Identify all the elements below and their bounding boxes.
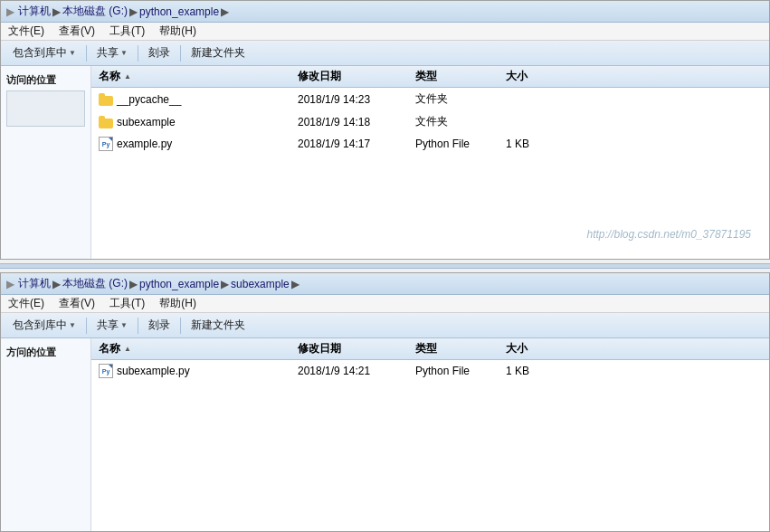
library-dropdown-arrow-2: ▼ <box>69 321 76 329</box>
toolbar-sep-4 <box>86 318 87 334</box>
file-list-container-2: 名称 ▲ 修改日期 类型 大小 Py subexample.py 20 <box>91 338 769 531</box>
toolbar-sep-1 <box>86 45 87 62</box>
menu-file-1[interactable]: 文件(E) <box>5 23 48 40</box>
explorer-window-1: ▶ 计算机 ▶ 本地磁盘 (G:) ▶ python_example ▶ 文件(… <box>0 0 770 260</box>
toolbar-sep-3 <box>180 45 181 62</box>
file-date-pycache: 2018/1/9 14:23 <box>290 90 408 109</box>
window-divider <box>0 263 770 269</box>
file-list-header-1: 名称 ▲ 修改日期 类型 大小 <box>91 66 769 88</box>
address-part-computer-1[interactable]: 计算机 <box>18 4 51 19</box>
toolbar-btn-burn-1[interactable]: 刻录 <box>142 43 176 63</box>
file-row-subexample-py[interactable]: Py subexample.py 2018/1/9 14:21 Python F… <box>91 360 769 382</box>
col-header-type-1[interactable]: 类型 <box>408 66 499 87</box>
address-part-drive-2[interactable]: 本地磁盘 (G:) <box>62 276 128 291</box>
sidebar-title-2: 方问的位置 <box>6 346 85 359</box>
address-part-folder-2[interactable]: python_example <box>139 278 219 290</box>
file-row-subexample[interactable]: subexample 2018/1/9 14:18 文件夹 <box>91 110 769 133</box>
address-part-folder-1[interactable]: python_example <box>139 5 219 18</box>
main-container: ▶ 计算机 ▶ 本地磁盘 (G:) ▶ python_example ▶ 文件(… <box>0 0 770 532</box>
toolbar-sep-2 <box>138 45 138 62</box>
sidebar-2: 方问的位置 <box>1 338 91 531</box>
address-icon-2: ▶ <box>6 278 14 290</box>
menu-bar-1: 文件(E) 查看(V) 工具(T) 帮助(H) <box>1 23 769 41</box>
sidebar-section-2: 方问的位置 <box>6 346 85 359</box>
file-row-pycache[interactable]: __pycache__ 2018/1/9 14:23 文件夹 <box>91 88 769 110</box>
toolbar-btn-newfolder-1[interactable]: 新建文件夹 <box>185 43 252 63</box>
menu-tools-1[interactable]: 工具(T) <box>106 23 148 40</box>
address-part-drive-1[interactable]: 本地磁盘 (G:) <box>62 4 128 19</box>
col-header-type-2[interactable]: 类型 <box>408 338 499 359</box>
content-area-1: 访问的位置 名称 ▲ 修改日期 类型 大小 <box>1 66 769 259</box>
address-part-computer-2[interactable]: 计算机 <box>18 276 51 291</box>
menu-tools-2[interactable]: 工具(T) <box>106 295 148 312</box>
watermark-1: http://blog.csdn.net/m0_37871195 <box>587 228 751 241</box>
file-name-example-py: Py example.py <box>91 134 290 154</box>
file-name-pycache: __pycache__ <box>91 90 290 109</box>
sidebar-section-1: 访问的位置 <box>6 73 85 127</box>
sidebar-1: 访问的位置 <box>1 66 91 259</box>
content-area-2: 方问的位置 名称 ▲ 修改日期 类型 大小 Py <box>1 338 769 531</box>
file-size-example-py: 1 KB <box>499 135 571 153</box>
file-name-subexample-py: Py subexample.py <box>91 361 290 381</box>
address-part-subfolder-2[interactable]: subexample <box>231 278 290 290</box>
toolbar-sep-5 <box>138 318 138 334</box>
menu-bar-2: 文件(E) 查看(V) 工具(T) 帮助(H) <box>1 295 769 313</box>
folder-icon-subexample <box>99 116 113 128</box>
file-size-subexample-py: 1 KB <box>499 362 571 380</box>
file-type-pycache: 文件夹 <box>408 89 499 109</box>
file-name-subexample: subexample <box>91 113 290 131</box>
col-header-date-2[interactable]: 修改日期 <box>290 338 408 359</box>
sidebar-placeholder-1 <box>6 90 85 127</box>
col-header-name-1[interactable]: 名称 ▲ <box>91 66 290 87</box>
file-size-pycache <box>499 97 571 102</box>
address-bar-1: ▶ 计算机 ▶ 本地磁盘 (G:) ▶ python_example ▶ <box>1 1 769 23</box>
menu-view-2[interactable]: 查看(V) <box>55 295 99 312</box>
menu-view-1[interactable]: 查看(V) <box>55 23 99 40</box>
share-dropdown-arrow-2: ▼ <box>120 321 128 329</box>
menu-help-2[interactable]: 帮助(H) <box>156 295 200 312</box>
file-list-container-1: 名称 ▲ 修改日期 类型 大小 __pycache__ 2018/1/9 14:… <box>91 66 769 259</box>
folder-icon-pycache <box>99 93 113 106</box>
col-header-size-2[interactable]: 大小 <box>499 338 571 359</box>
file-list-header-2: 名称 ▲ 修改日期 类型 大小 <box>91 338 769 360</box>
file-date-subexample: 2018/1/9 14:18 <box>290 113 408 131</box>
file-type-example-py: Python File <box>408 135 499 153</box>
address-bar-2: ▶ 计算机 ▶ 本地磁盘 (G:) ▶ python_example ▶ sub… <box>1 273 769 295</box>
address-icon-1: ▶ <box>6 5 14 18</box>
sort-arrow-1: ▲ <box>124 72 131 81</box>
toolbar-sep-6 <box>180 318 181 334</box>
share-dropdown-arrow-1: ▼ <box>120 49 128 57</box>
toolbar-btn-share-1[interactable]: 共享 ▼ <box>90 43 134 63</box>
toolbar-btn-library-2[interactable]: 包含到库中 ▼ <box>6 316 82 336</box>
file-type-subexample: 文件夹 <box>408 111 499 132</box>
file-type-subexample-py: Python File <box>408 362 499 380</box>
sort-arrow-2: ▲ <box>124 345 131 353</box>
toolbar-1: 包含到库中 ▼ 共享 ▼ 刻录 新建文件夹 <box>1 41 769 66</box>
menu-file-2[interactable]: 文件(E) <box>5 295 48 312</box>
toolbar-btn-burn-2[interactable]: 刻录 <box>142 316 176 336</box>
toolbar-btn-library-1[interactable]: 包含到库中 ▼ <box>6 43 82 63</box>
col-header-date-1[interactable]: 修改日期 <box>290 66 408 87</box>
col-header-name-2[interactable]: 名称 ▲ <box>91 338 290 359</box>
col-header-size-1[interactable]: 大小 <box>499 66 571 87</box>
file-row-example-py[interactable]: Py example.py 2018/1/9 14:17 Python File… <box>91 133 769 155</box>
toolbar-btn-newfolder-2[interactable]: 新建文件夹 <box>185 316 252 336</box>
sidebar-title-1: 访问的位置 <box>6 73 85 87</box>
file-date-example-py: 2018/1/9 14:17 <box>290 135 408 153</box>
python-icon-example-py: Py <box>99 137 113 151</box>
python-icon-subexample-py: Py <box>99 364 113 378</box>
file-date-subexample-py: 2018/1/9 14:21 <box>290 362 408 380</box>
library-dropdown-arrow-1: ▼ <box>69 49 76 57</box>
toolbar-btn-share-2[interactable]: 共享 ▼ <box>90 316 134 336</box>
menu-help-1[interactable]: 帮助(H) <box>156 23 200 40</box>
toolbar-2: 包含到库中 ▼ 共享 ▼ 刻录 新建文件夹 <box>1 313 769 338</box>
file-size-subexample <box>499 119 571 125</box>
explorer-window-2: ▶ 计算机 ▶ 本地磁盘 (G:) ▶ python_example ▶ sub… <box>0 272 770 532</box>
